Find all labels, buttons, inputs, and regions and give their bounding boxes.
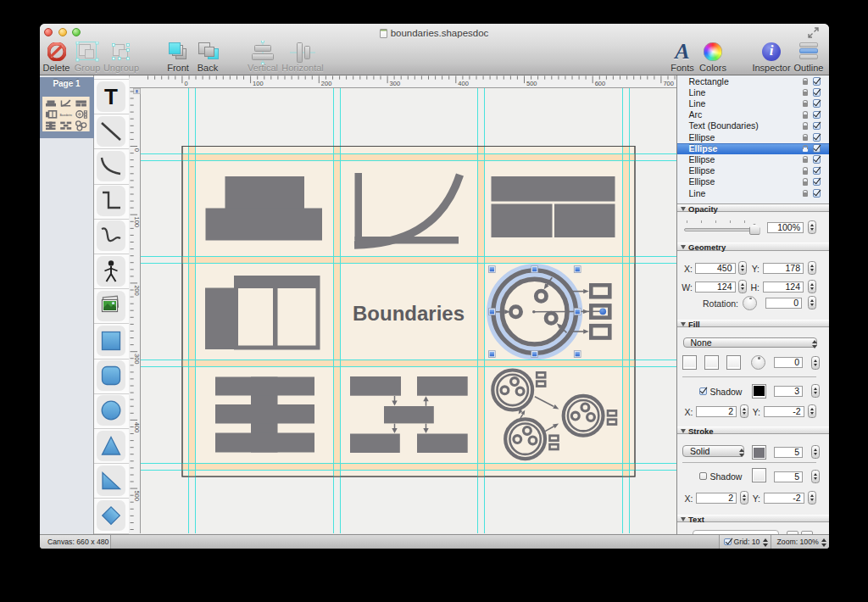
svg-text:100: 100 bbox=[133, 217, 141, 228]
svg-text:300: 300 bbox=[389, 80, 400, 87]
svg-text:300: 300 bbox=[133, 354, 141, 365]
svg-text:400: 400 bbox=[458, 80, 469, 87]
svg-text:0: 0 bbox=[133, 148, 141, 152]
svg-text:T: T bbox=[104, 85, 118, 109]
svg-text:400: 400 bbox=[133, 422, 141, 433]
svg-text:0: 0 bbox=[184, 80, 187, 87]
svg-text:600: 600 bbox=[594, 80, 605, 87]
svg-text:700: 700 bbox=[663, 80, 674, 87]
svg-text:Boundaries: Boundaries bbox=[352, 302, 464, 325]
svg-text:200: 200 bbox=[320, 80, 331, 87]
svg-text:100: 100 bbox=[253, 80, 264, 87]
svg-text:Boundaries: Boundaries bbox=[60, 113, 73, 116]
svg-text:500: 500 bbox=[133, 490, 141, 501]
svg-text:500: 500 bbox=[526, 80, 537, 87]
svg-text:200: 200 bbox=[133, 285, 141, 296]
